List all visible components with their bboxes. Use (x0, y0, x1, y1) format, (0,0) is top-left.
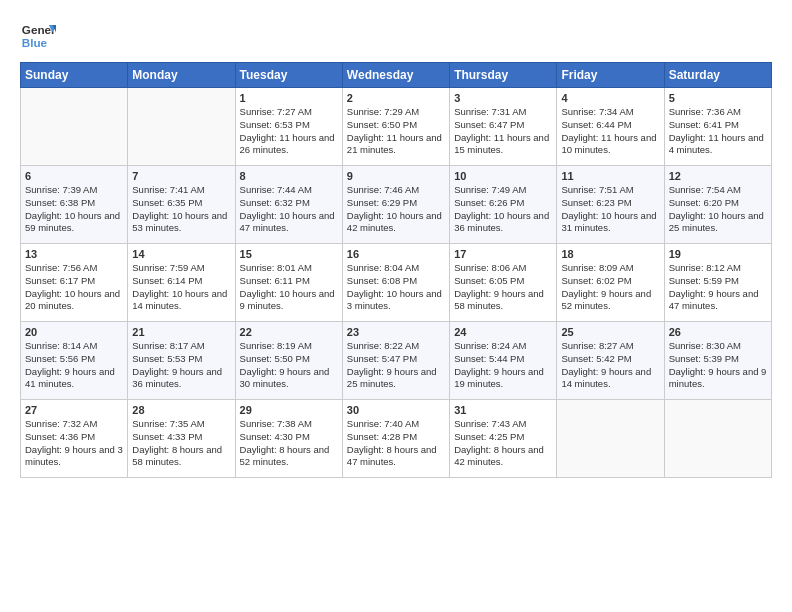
cell-content-line: Sunset: 4:36 PM (25, 431, 123, 444)
cell-content-line: Sunset: 6:44 PM (561, 119, 659, 132)
cell-content-line: Daylight: 9 hours and 58 minutes. (454, 288, 552, 314)
day-number: 11 (561, 170, 659, 182)
day-number: 31 (454, 404, 552, 416)
header: General Blue (20, 16, 772, 52)
weekday-header-thursday: Thursday (450, 63, 557, 88)
cell-content-line: Daylight: 9 hours and 52 minutes. (561, 288, 659, 314)
cell-content-line: Sunset: 4:28 PM (347, 431, 445, 444)
day-number: 15 (240, 248, 338, 260)
calendar-cell (128, 88, 235, 166)
cell-content-line: Sunrise: 7:49 AM (454, 184, 552, 197)
cell-content-line: Daylight: 10 hours and 3 minutes. (347, 288, 445, 314)
calendar-table: SundayMondayTuesdayWednesdayThursdayFrid… (20, 62, 772, 478)
calendar-cell: 22Sunrise: 8:19 AMSunset: 5:50 PMDayligh… (235, 322, 342, 400)
cell-content-line: Sunset: 6:53 PM (240, 119, 338, 132)
calendar-cell: 4Sunrise: 7:34 AMSunset: 6:44 PMDaylight… (557, 88, 664, 166)
day-number: 6 (25, 170, 123, 182)
cell-content-line: Daylight: 9 hours and 36 minutes. (132, 366, 230, 392)
calendar-cell: 31Sunrise: 7:43 AMSunset: 4:25 PMDayligh… (450, 400, 557, 478)
calendar-cell: 8Sunrise: 7:44 AMSunset: 6:32 PMDaylight… (235, 166, 342, 244)
day-number: 27 (25, 404, 123, 416)
cell-content-line: Sunset: 6:20 PM (669, 197, 767, 210)
week-row-3: 13Sunrise: 7:56 AMSunset: 6:17 PMDayligh… (21, 244, 772, 322)
cell-content-line: Sunrise: 7:44 AM (240, 184, 338, 197)
cell-content-line: Sunrise: 7:46 AM (347, 184, 445, 197)
cell-content-line: Sunrise: 7:59 AM (132, 262, 230, 275)
cell-content-line: Daylight: 11 hours and 4 minutes. (669, 132, 767, 158)
cell-content-line: Daylight: 8 hours and 42 minutes. (454, 444, 552, 470)
cell-content-line: Sunrise: 7:56 AM (25, 262, 123, 275)
cell-content-line: Sunrise: 7:29 AM (347, 106, 445, 119)
cell-content-line: Daylight: 9 hours and 19 minutes. (454, 366, 552, 392)
day-number: 12 (669, 170, 767, 182)
cell-content-line: Sunrise: 7:35 AM (132, 418, 230, 431)
day-number: 28 (132, 404, 230, 416)
cell-content-line: Sunset: 5:53 PM (132, 353, 230, 366)
cell-content-line: Sunrise: 7:51 AM (561, 184, 659, 197)
cell-content-line: Sunset: 6:14 PM (132, 275, 230, 288)
week-row-5: 27Sunrise: 7:32 AMSunset: 4:36 PMDayligh… (21, 400, 772, 478)
cell-content-line: Sunrise: 8:22 AM (347, 340, 445, 353)
day-number: 22 (240, 326, 338, 338)
calendar-cell (664, 400, 771, 478)
day-number: 17 (454, 248, 552, 260)
calendar-cell: 1Sunrise: 7:27 AMSunset: 6:53 PMDaylight… (235, 88, 342, 166)
logo: General Blue (20, 16, 56, 52)
page: General Blue SundayMondayTuesdayWednesda… (0, 0, 792, 612)
cell-content-line: Sunset: 4:33 PM (132, 431, 230, 444)
cell-content-line: Daylight: 11 hours and 10 minutes. (561, 132, 659, 158)
calendar-cell: 6Sunrise: 7:39 AMSunset: 6:38 PMDaylight… (21, 166, 128, 244)
calendar-cell: 5Sunrise: 7:36 AMSunset: 6:41 PMDaylight… (664, 88, 771, 166)
week-row-2: 6Sunrise: 7:39 AMSunset: 6:38 PMDaylight… (21, 166, 772, 244)
cell-content-line: Sunrise: 7:32 AM (25, 418, 123, 431)
cell-content-line: Sunset: 5:39 PM (669, 353, 767, 366)
calendar-cell: 16Sunrise: 8:04 AMSunset: 6:08 PMDayligh… (342, 244, 449, 322)
day-number: 4 (561, 92, 659, 104)
cell-content-line: Sunset: 4:25 PM (454, 431, 552, 444)
svg-text:General: General (22, 23, 56, 36)
cell-content-line: Daylight: 9 hours and 25 minutes. (347, 366, 445, 392)
day-number: 10 (454, 170, 552, 182)
cell-content-line: Sunrise: 8:04 AM (347, 262, 445, 275)
cell-content-line: Daylight: 10 hours and 42 minutes. (347, 210, 445, 236)
calendar-cell: 7Sunrise: 7:41 AMSunset: 6:35 PMDaylight… (128, 166, 235, 244)
cell-content-line: Daylight: 10 hours and 53 minutes. (132, 210, 230, 236)
svg-text:Blue: Blue (22, 36, 48, 49)
cell-content-line: Sunrise: 8:27 AM (561, 340, 659, 353)
day-number: 14 (132, 248, 230, 260)
calendar-cell: 13Sunrise: 7:56 AMSunset: 6:17 PMDayligh… (21, 244, 128, 322)
calendar-cell: 14Sunrise: 7:59 AMSunset: 6:14 PMDayligh… (128, 244, 235, 322)
day-number: 3 (454, 92, 552, 104)
cell-content-line: Daylight: 8 hours and 58 minutes. (132, 444, 230, 470)
day-number: 19 (669, 248, 767, 260)
week-row-4: 20Sunrise: 8:14 AMSunset: 5:56 PMDayligh… (21, 322, 772, 400)
cell-content-line: Daylight: 10 hours and 20 minutes. (25, 288, 123, 314)
day-number: 9 (347, 170, 445, 182)
cell-content-line: Sunrise: 7:43 AM (454, 418, 552, 431)
day-number: 8 (240, 170, 338, 182)
cell-content-line: Sunset: 5:47 PM (347, 353, 445, 366)
cell-content-line: Daylight: 10 hours and 47 minutes. (240, 210, 338, 236)
cell-content-line: Daylight: 8 hours and 47 minutes. (347, 444, 445, 470)
calendar-cell: 28Sunrise: 7:35 AMSunset: 4:33 PMDayligh… (128, 400, 235, 478)
calendar-cell: 17Sunrise: 8:06 AMSunset: 6:05 PMDayligh… (450, 244, 557, 322)
cell-content-line: Sunrise: 7:31 AM (454, 106, 552, 119)
cell-content-line: Sunset: 6:08 PM (347, 275, 445, 288)
day-number: 21 (132, 326, 230, 338)
day-number: 13 (25, 248, 123, 260)
weekday-header-friday: Friday (557, 63, 664, 88)
cell-content-line: Sunset: 6:50 PM (347, 119, 445, 132)
cell-content-line: Sunrise: 7:39 AM (25, 184, 123, 197)
calendar-cell: 29Sunrise: 7:38 AMSunset: 4:30 PMDayligh… (235, 400, 342, 478)
weekday-header-tuesday: Tuesday (235, 63, 342, 88)
calendar-cell: 11Sunrise: 7:51 AMSunset: 6:23 PMDayligh… (557, 166, 664, 244)
cell-content-line: Sunrise: 8:12 AM (669, 262, 767, 275)
day-number: 24 (454, 326, 552, 338)
cell-content-line: Sunrise: 8:24 AM (454, 340, 552, 353)
calendar-cell: 9Sunrise: 7:46 AMSunset: 6:29 PMDaylight… (342, 166, 449, 244)
cell-content-line: Daylight: 9 hours and 41 minutes. (25, 366, 123, 392)
day-number: 26 (669, 326, 767, 338)
calendar-cell: 10Sunrise: 7:49 AMSunset: 6:26 PMDayligh… (450, 166, 557, 244)
cell-content-line: Sunset: 6:17 PM (25, 275, 123, 288)
weekday-header-saturday: Saturday (664, 63, 771, 88)
